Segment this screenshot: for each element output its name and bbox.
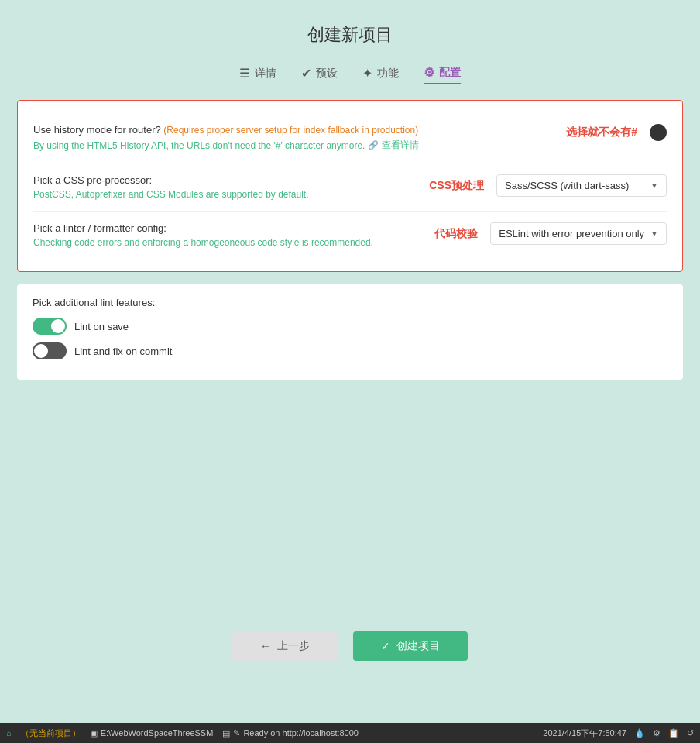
extra-panel: Pick additional lint features: Lint on s… — [17, 284, 683, 380]
create-check-icon: ✓ — [381, 640, 390, 652]
tab-features-label: 功能 — [377, 67, 399, 81]
css-preprocessor-left: Pick a CSS pre-processor: PostCSS, Autop… — [33, 174, 420, 200]
status-project-item: （无当前项目） — [21, 728, 81, 739]
status-right: 2021/4/15下午7:50:47 💧 ⚙ 📋 ↺ — [543, 728, 694, 739]
datetime: 2021/4/15下午7:50:47 — [543, 728, 626, 739]
linter-desc: Checking code errors and enforcing a hom… — [33, 237, 425, 248]
linter-value: ESLint with error prevention only — [499, 228, 644, 239]
droplet-icon: 💧 — [634, 728, 645, 738]
tab-features[interactable]: ✦ 功能 — [362, 66, 399, 84]
css-chevron-icon: ▼ — [650, 181, 658, 190]
extra-label: Pick additional lint features: — [33, 297, 667, 308]
linter-right: 代码校验 ESLint with error prevention only ▼ — [434, 222, 667, 245]
back-button[interactable]: ← 上一步 — [232, 631, 338, 661]
status-left: ⌂ （无当前项目） ▣ E:\WebWordSpaceThreeSSM ▤ ✎ … — [6, 728, 359, 739]
preset-icon: ✔ — [301, 66, 311, 81]
pen-icon: ✎ — [233, 728, 240, 738]
config-panel: Use history mode for router? (Requires p… — [17, 100, 683, 272]
file-path: E:\WebWordSpaceThreeSSM — [101, 728, 214, 738]
lint-save-toggle[interactable] — [33, 318, 67, 335]
status-home: ⌂ — [6, 728, 12, 738]
create-button[interactable]: ✓ 创建项目 — [353, 631, 468, 661]
tab-config-label: 配置 — [439, 66, 461, 80]
linter-section: Pick a linter / formatter config: Checki… — [33, 212, 667, 259]
lint-commit-label: Lint and fix on commit — [74, 346, 172, 357]
css-preprocessor-label: Pick a CSS pre-processor: — [33, 174, 420, 186]
settings-icon: ⚙ — [653, 728, 661, 738]
status-terminal-item: ▤ ✎ Ready on http://localhost:8000 — [222, 728, 359, 738]
details-icon: ☰ — [239, 66, 250, 81]
ready-text: Ready on http://localhost:8000 — [243, 728, 359, 738]
history-mode-desc: By using the HTML5 History API, the URLs… — [33, 139, 557, 152]
history-mode-toggle[interactable] — [650, 124, 667, 141]
status-folder-item: ▣ E:\WebWordSpaceThreeSSM — [90, 728, 214, 738]
tab-preset[interactable]: ✔ 预设 — [301, 66, 338, 84]
lint-save-label: Lint on save — [74, 321, 129, 332]
linter-label: Pick a linter / formatter config: — [33, 222, 425, 234]
css-preprocessor-section: Pick a CSS pre-processor: PostCSS, Autop… — [33, 163, 667, 212]
page-title: 创建新项目 — [307, 23, 393, 46]
config-icon: ⚙ — [424, 65, 434, 80]
lint-commit-option: Lint and fix on commit — [33, 342, 667, 359]
history-mode-link[interactable]: 查看详情 — [382, 139, 419, 152]
css-preprocessor-right: CSS预处理 Sass/SCSS (with dart-sass) ▼ — [429, 174, 667, 197]
history-mode-label: Use history mode for router? (Requires p… — [33, 124, 557, 136]
history-mode-right: 选择就不会有# — [566, 124, 667, 141]
css-preprocessor-value: Sass/SCSS (with dart-sass) — [505, 180, 629, 191]
lint-save-option: Lint on save — [33, 318, 667, 335]
css-annotation: CSS预处理 — [429, 179, 484, 193]
history-mode-section: Use history mode for router? (Requires p… — [33, 113, 667, 163]
history-mode-warning: (Requires proper server setup for index … — [163, 125, 418, 136]
project-label: （无当前项目） — [21, 728, 81, 739]
clipboard-icon: 📋 — [668, 728, 679, 738]
home-icon: ⌂ — [6, 728, 12, 738]
lint-commit-toggle[interactable] — [33, 342, 67, 359]
tab-preset-label: 预设 — [316, 67, 338, 81]
tabs-bar: ☰ 详情 ✔ 预设 ✦ 功能 ⚙ 配置 — [239, 65, 461, 84]
history-mode-left: Use history mode for router? (Requires p… — [33, 124, 557, 152]
create-label: 创建项目 — [396, 639, 440, 653]
back-label: 上一步 — [277, 639, 310, 653]
status-bar: ⌂ （无当前项目） ▣ E:\WebWordSpaceThreeSSM ▤ ✎ … — [0, 723, 700, 743]
css-preprocessor-dropdown[interactable]: Sass/SCSS (with dart-sass) ▼ — [496, 174, 667, 197]
bottom-buttons: ← 上一步 ✓ 创建项目 — [232, 616, 468, 707]
css-preprocessor-desc: PostCSS, Autoprefixer and CSS Modules ar… — [33, 189, 420, 200]
history-annotation: 选择就不会有# — [566, 126, 637, 139]
refresh-icon: ↺ — [687, 728, 694, 738]
back-arrow-icon: ← — [260, 640, 271, 652]
tab-details-label: 详情 — [255, 67, 276, 81]
linter-dropdown[interactable]: ESLint with error prevention only ▼ — [490, 222, 667, 245]
folder-icon: ▣ — [90, 728, 98, 738]
linter-left: Pick a linter / formatter config: Checki… — [33, 222, 425, 248]
terminal-icon: ▤ — [222, 728, 230, 738]
tab-details[interactable]: ☰ 详情 — [239, 66, 276, 84]
linter-annotation: 代码校验 — [434, 227, 478, 241]
linter-chevron-icon: ▼ — [650, 229, 658, 238]
tab-config[interactable]: ⚙ 配置 — [424, 65, 461, 84]
features-icon: ✦ — [362, 66, 372, 81]
